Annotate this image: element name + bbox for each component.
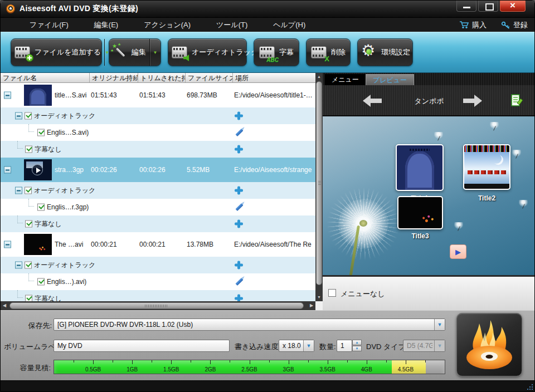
add-files-button[interactable]: ファイルを追加する	[11, 38, 102, 66]
capacity-tick-label: 4.5GB	[398, 366, 414, 373]
title3-thumbnail[interactable]	[397, 196, 443, 229]
menu-item-3[interactable]: ツール(T)	[207, 20, 256, 30]
add-subtitle-icon[interactable]	[235, 145, 243, 154]
purchase-link[interactable]: 購入	[459, 20, 487, 30]
burn-disc-icon	[463, 317, 516, 373]
scroll-right-icon[interactable]: ▶	[308, 301, 315, 310]
title-bar: Aiseesoft AVI DVD 変換(未登録)	[1, 1, 535, 17]
audio-group-checkbox[interactable]	[25, 112, 32, 120]
spin-down-icon[interactable]: ▼	[352, 346, 362, 351]
column-filename[interactable]: ファイル名	[1, 73, 90, 82]
subtitle-row-1[interactable]: 字幕なし	[1, 215, 315, 232]
subtitle-row-0[interactable]: 字幕なし	[1, 141, 315, 158]
horizontal-scrollbar[interactable]: ◀ ▶	[1, 301, 315, 310]
column-trimmed-duration[interactable]: トリムされた持続	[138, 73, 186, 82]
edit-button[interactable]: ★★★ 編集	[109, 38, 161, 66]
quantity-input[interactable]: 1	[337, 340, 352, 352]
title1-thumbnail[interactable]	[396, 144, 444, 191]
audio-track-button[interactable]: オーディオトラック	[168, 38, 247, 66]
dropdown-arrow-icon: ▼	[434, 340, 445, 351]
collapse-icon[interactable]	[4, 166, 11, 174]
audio-track-checkbox[interactable]	[37, 204, 45, 211]
add-audio-icon[interactable]	[235, 261, 243, 270]
delete-label: 削除	[331, 47, 346, 57]
tab-menu[interactable]: メニュー	[325, 74, 366, 85]
delete-button[interactable]: X 削除	[306, 38, 351, 66]
audio-track-row-2[interactable]: Englis…).avi)	[1, 273, 315, 290]
column-original-duration[interactable]: オリジナル持続	[90, 73, 138, 82]
maximize-button[interactable]	[478, 1, 498, 12]
file-row-2[interactable]: The …avi00:00:2100:00:2113.78MBE:/video/…	[1, 232, 315, 257]
audio-group-row-0[interactable]: オーディオトラック	[1, 107, 315, 124]
audio-group-checkbox[interactable]	[25, 262, 32, 269]
speed-label: 書き込み速度:	[235, 342, 280, 352]
audio-group-checkbox[interactable]	[25, 187, 32, 194]
column-filesize[interactable]: ファイルサイズ	[186, 73, 233, 82]
resize-grip[interactable]	[527, 384, 533, 390]
subtitle-row-2[interactable]: 字幕なし	[1, 290, 315, 301]
audio-track-row-0[interactable]: Englis…S.avi)	[1, 124, 315, 141]
audio-track-checkbox[interactable]	[37, 278, 45, 286]
collapse-icon[interactable]	[4, 92, 11, 99]
register-link[interactable]: 登録	[501, 20, 528, 30]
audio-group-row-1[interactable]: オーディオトラック	[1, 182, 315, 199]
tab-preview[interactable]: プレビュー	[366, 74, 414, 85]
dropdown-arrow-icon[interactable]: ▼	[434, 319, 445, 330]
menu-item-4[interactable]: ヘルプ(H)	[264, 20, 314, 30]
menu-item-1[interactable]: 編集(E)	[85, 20, 127, 30]
edit-audio-icon[interactable]	[235, 278, 243, 286]
file-path-cell: E:/video/Aiseesoft/title1-…	[234, 91, 315, 99]
scroll-left-icon[interactable]: ◀	[1, 301, 8, 310]
add-subtitle-icon[interactable]	[235, 295, 243, 302]
subtitle-button[interactable]: ABC 字幕	[254, 38, 299, 66]
menu-play-button[interactable]: ▶	[450, 244, 466, 259]
preferences-button[interactable]: ⚙ 環境設定	[357, 38, 413, 66]
collapse-icon[interactable]	[4, 241, 11, 248]
subtitle-checkbox[interactable]	[25, 295, 32, 302]
column-location[interactable]: 場所	[233, 73, 315, 82]
add-subtitle-icon[interactable]	[235, 220, 243, 228]
scroll-up-icon[interactable]: ▲	[315, 73, 323, 81]
scroll-down-icon[interactable]: ▼	[315, 293, 323, 301]
add-audio-icon[interactable]	[235, 187, 243, 195]
edit-audio-icon[interactable]	[235, 203, 243, 211]
burn-button[interactable]	[456, 313, 522, 376]
burn-panel: 保存先: [G] PIONEER DVD-RW DVR-118L 1.02 (U…	[1, 310, 535, 380]
audio-group-row-2[interactable]: オーディオトラック	[1, 257, 315, 273]
collapse-icon[interactable]	[15, 187, 22, 194]
edit-menu-icon[interactable]	[511, 94, 523, 109]
subtitle-label: 字幕なし	[35, 294, 62, 302]
file-thumbnail	[24, 85, 52, 106]
subtitle-checkbox[interactable]	[25, 146, 32, 153]
file-row-0[interactable]: title…S.avi01:51:4301:51:43698.73MBE:/vi…	[1, 83, 315, 107]
capacity-label: 容量見積:	[3, 363, 51, 373]
edit-audio-icon[interactable]	[235, 129, 243, 136]
menu-item-0[interactable]: ファイル(F)	[21, 20, 77, 30]
vertical-scroll-thumb[interactable]	[316, 81, 322, 285]
collapse-icon[interactable]	[15, 112, 22, 120]
speed-value: x 18.0 -	[283, 342, 301, 350]
menu-item-2[interactable]: アクション(A)	[135, 20, 200, 30]
no-menu-checkbox[interactable]	[328, 289, 336, 297]
title2-label: Title2	[463, 194, 510, 202]
audio-track-checkbox[interactable]	[37, 129, 45, 136]
original-duration-cell: 00:02:26	[91, 166, 117, 174]
destination-select[interactable]: [G] PIONEER DVD-RW DVR-118L 1.02 (Usb) ▼	[54, 318, 445, 331]
next-menu-icon[interactable]	[463, 95, 482, 109]
add-audio-icon[interactable]	[235, 112, 243, 120]
capacity-tick	[152, 360, 152, 362]
audio-track-row-1[interactable]: Englis…r.3gp)	[1, 199, 315, 215]
close-button[interactable]	[500, 1, 526, 12]
subtitle-checkbox[interactable]	[25, 220, 32, 228]
speed-select[interactable]: x 18.0 - ▼	[279, 340, 314, 352]
title2-thumbnail[interactable]	[463, 144, 510, 190]
vertical-scrollbar[interactable]: ▲ ▼	[315, 73, 323, 301]
minimize-button[interactable]	[456, 1, 476, 12]
horizontal-scroll-thumb[interactable]	[9, 302, 304, 309]
file-row-1[interactable]: stra…3gp00:02:2600:02:265.52MBE:/video/A…	[1, 158, 315, 182]
dropdown-arrow-icon[interactable]: ▼	[303, 340, 314, 351]
collapse-icon[interactable]	[15, 262, 22, 269]
edit-dropdown[interactable]	[149, 39, 160, 66]
volume-input[interactable]: My DVD	[54, 340, 230, 352]
spin-up-icon[interactable]: ▲	[352, 340, 362, 345]
